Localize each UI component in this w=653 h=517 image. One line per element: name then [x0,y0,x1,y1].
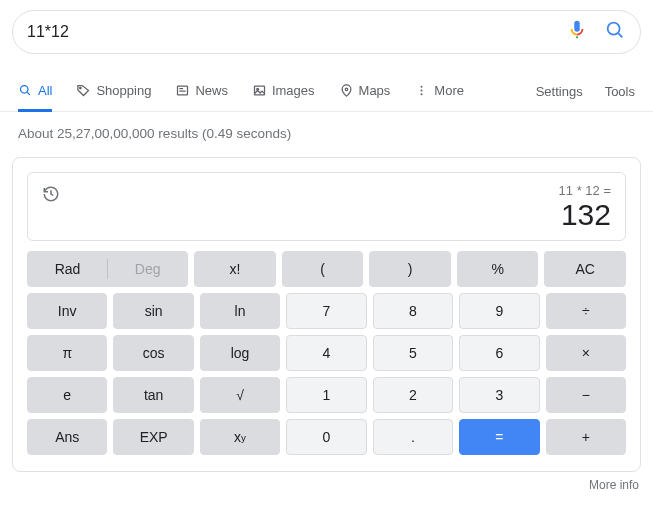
svg-point-11 [421,85,423,87]
search-input[interactable] [27,23,566,41]
rad-label: Rad [28,261,107,277]
tab-label: News [195,83,228,98]
svg-point-0 [608,23,620,35]
tab-maps[interactable]: Maps [339,72,391,112]
result-stats: About 25,27,00,00,000 results (0.49 seco… [0,112,653,151]
ac-button[interactable]: AC [544,251,626,287]
svg-rect-8 [254,86,264,95]
num-5-button[interactable]: 5 [373,335,453,371]
rparen-button[interactable]: ) [369,251,451,287]
calculator-display: 11 * 12 = 132 [27,172,626,241]
tabs-row: All Shopping News Images Maps More Setti… [0,72,653,112]
map-icon [339,83,354,98]
search-bar [12,10,641,54]
add-button[interactable]: + [546,419,626,455]
num-0-button[interactable]: 0 [286,419,366,455]
tab-label: Shopping [96,83,151,98]
calculator-keypad: Rad Deg x! ( ) % AC Inv sin ln 7 8 9 ÷ π… [27,251,626,455]
svg-line-1 [618,33,622,37]
sqrt-button[interactable]: √ [200,377,280,413]
num-2-button[interactable]: 2 [373,377,453,413]
exp-button[interactable]: EXP [113,419,193,455]
num-4-button[interactable]: 4 [286,335,366,371]
equals-button[interactable]: = [459,419,539,455]
calculator-expression: 11 * 12 = [559,183,611,198]
svg-point-4 [80,87,82,89]
multiply-button[interactable]: × [546,335,626,371]
tab-label: All [38,83,52,98]
sin-button[interactable]: sin [113,293,193,329]
ans-button[interactable]: Ans [27,419,107,455]
calculator-result: 132 [559,198,611,232]
search-icon[interactable] [604,19,626,45]
tab-all[interactable]: All [18,72,52,112]
num-6-button[interactable]: 6 [459,335,539,371]
pi-button[interactable]: π [27,335,107,371]
more-info-link[interactable]: More info [0,478,639,492]
tab-label: More [434,83,464,98]
percent-button[interactable]: % [457,251,539,287]
settings-link[interactable]: Settings [536,84,583,99]
subtract-button[interactable]: − [546,377,626,413]
inv-button[interactable]: Inv [27,293,107,329]
tab-label: Maps [359,83,391,98]
power-button[interactable]: xy [200,419,280,455]
ln-button[interactable]: ln [200,293,280,329]
svg-line-3 [27,91,30,94]
tan-button[interactable]: tan [113,377,193,413]
svg-point-12 [421,89,423,91]
svg-point-10 [345,88,348,91]
rad-deg-toggle[interactable]: Rad Deg [27,251,188,287]
tab-images[interactable]: Images [252,72,315,112]
search-icon [18,83,33,98]
lparen-button[interactable]: ( [282,251,364,287]
tag-icon [76,83,91,98]
news-icon [175,83,190,98]
tab-shopping[interactable]: Shopping [76,72,151,112]
history-icon[interactable] [42,183,60,232]
tab-news[interactable]: News [175,72,228,112]
tab-more[interactable]: More [414,72,464,112]
tab-label: Images [272,83,315,98]
num-1-button[interactable]: 1 [286,377,366,413]
mic-icon[interactable] [566,19,588,45]
num-8-button[interactable]: 8 [373,293,453,329]
calculator-card: 11 * 12 = 132 Rad Deg x! ( ) % AC Inv si… [12,157,641,472]
e-button[interactable]: e [27,377,107,413]
num-7-button[interactable]: 7 [286,293,366,329]
more-icon [414,83,429,98]
deg-label: Deg [108,261,187,277]
divide-button[interactable]: ÷ [546,293,626,329]
dot-button[interactable]: . [373,419,453,455]
tools-link[interactable]: Tools [605,84,635,99]
factorial-button[interactable]: x! [194,251,276,287]
num-3-button[interactable]: 3 [459,377,539,413]
num-9-button[interactable]: 9 [459,293,539,329]
svg-point-13 [421,93,423,95]
image-icon [252,83,267,98]
cos-button[interactable]: cos [113,335,193,371]
log-button[interactable]: log [200,335,280,371]
